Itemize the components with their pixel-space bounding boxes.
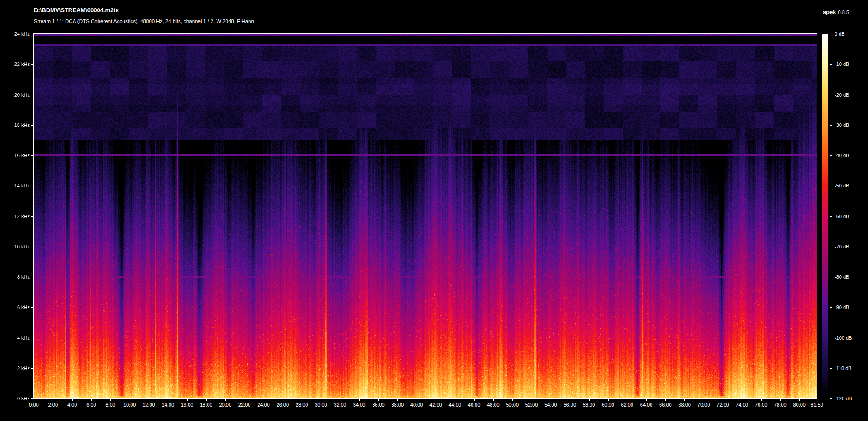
db-tick-label: -120 dB (835, 396, 852, 401)
time-tick-mark (474, 399, 475, 401)
freq-tick-mark (31, 95, 33, 95)
freq-tick-label: 20 kHz (0, 92, 30, 98)
time-tick-mark (206, 399, 207, 401)
freq-tick-mark (31, 307, 33, 308)
freq-tick-label: 10 kHz (0, 244, 30, 249)
freq-tick-label: 18 kHz (0, 122, 30, 128)
freq-tick-mark (31, 125, 33, 126)
time-tick-mark (551, 399, 551, 401)
freq-tick-label: 16 kHz (0, 153, 30, 158)
db-tick-mark (830, 34, 832, 34)
app-version: 0.8.5 (838, 9, 849, 15)
freq-tick-mark (31, 155, 33, 156)
db-tick-label: -70 dB (835, 244, 849, 249)
time-tick-mark (53, 399, 53, 401)
time-tick-mark (397, 399, 398, 401)
time-tick-label: 81:50 (806, 402, 828, 407)
db-tick-mark (830, 338, 832, 338)
freq-tick-mark (31, 186, 33, 186)
time-tick-mark (799, 399, 800, 401)
freq-tick-label: 12 kHz (0, 214, 30, 219)
freq-tick-label: 0 kHz (0, 396, 30, 401)
time-tick-mark (149, 399, 149, 401)
db-tick-label: -40 dB (835, 153, 849, 158)
freq-tick-label: 6 kHz (0, 304, 30, 310)
db-tick-mark (830, 155, 832, 156)
time-tick-mark (704, 399, 704, 401)
time-tick-mark (378, 399, 379, 401)
freq-tick-label: 8 kHz (0, 274, 30, 280)
db-tick-label: -90 dB (835, 304, 849, 310)
time-tick-mark (608, 399, 609, 401)
time-tick-mark (130, 399, 130, 401)
db-tick-mark (830, 307, 832, 308)
freq-tick-mark (31, 64, 33, 65)
time-tick-mark (742, 399, 742, 401)
time-tick-mark (264, 399, 264, 401)
freq-tick-mark (31, 338, 33, 338)
time-tick-mark (187, 399, 188, 401)
file-path-title: D:\BDMV\STREAM\00004.m2ts (34, 7, 119, 14)
time-tick-mark (168, 399, 168, 401)
db-tick-mark (830, 64, 832, 65)
time-tick-mark (283, 399, 283, 401)
db-tick-label: 0 dB (835, 31, 845, 37)
time-tick-mark (723, 399, 723, 401)
freq-tick-label: 22 kHz (0, 61, 30, 67)
db-tick-label: -10 dB (835, 61, 849, 67)
freq-tick-mark (31, 368, 33, 369)
db-tick-mark (830, 216, 832, 217)
db-tick-label: -50 dB (835, 183, 849, 188)
time-tick-mark (321, 399, 321, 401)
freq-tick-mark (31, 398, 33, 399)
time-tick-mark (225, 399, 226, 401)
spectrogram-canvas (34, 34, 817, 398)
time-tick-mark (493, 399, 494, 401)
time-tick-mark (570, 399, 570, 401)
freq-tick-mark (31, 247, 33, 247)
time-tick-mark (817, 399, 817, 401)
time-tick-mark (302, 399, 302, 401)
freq-tick-mark (31, 277, 33, 277)
time-tick-mark (589, 399, 590, 401)
time-tick-mark (780, 399, 781, 401)
stream-info: Stream 1 / 1: DCA (DTS Coherent Acoustic… (34, 19, 254, 24)
time-tick-mark (359, 399, 360, 401)
db-tick-mark (830, 398, 832, 399)
db-tick-label: -110 dB (835, 365, 852, 371)
time-tick-mark (72, 399, 73, 401)
colorbar-gradient (822, 34, 828, 398)
freq-tick-label: 4 kHz (0, 335, 30, 341)
db-tick-mark (830, 95, 832, 95)
freq-tick-mark (31, 34, 33, 34)
db-tick-label: -60 dB (835, 214, 849, 219)
time-tick-mark (417, 399, 417, 401)
freq-tick-mark (31, 216, 33, 217)
app-name: spek (823, 9, 836, 15)
db-tick-label: -100 dB (835, 335, 852, 341)
time-tick-mark (684, 399, 685, 401)
db-tick-label: -20 dB (835, 92, 849, 98)
time-tick-mark (436, 399, 436, 401)
time-tick-mark (646, 399, 647, 401)
db-tick-label: -30 dB (835, 122, 849, 128)
time-tick-mark (245, 399, 245, 401)
time-tick-mark (627, 399, 627, 401)
time-tick-mark (455, 399, 455, 401)
time-tick-mark (110, 399, 111, 401)
time-tick-mark (340, 399, 340, 401)
db-tick-label: -80 dB (835, 274, 849, 280)
spek-window: D:\BDMV\STREAM\00004.m2ts spek0.8.5 Stre… (0, 0, 868, 421)
db-tick-mark (830, 368, 832, 369)
freq-tick-label: 14 kHz (0, 183, 30, 188)
freq-tick-label: 24 kHz (0, 31, 30, 37)
time-tick-mark (34, 399, 34, 401)
time-tick-mark (91, 399, 92, 401)
freq-tick-label: 2 kHz (0, 365, 30, 371)
db-tick-mark (830, 277, 832, 277)
time-tick-mark (532, 399, 532, 401)
app-brand: spek0.8.5 (823, 8, 849, 16)
db-tick-mark (830, 125, 832, 126)
time-tick-mark (761, 399, 762, 401)
db-tick-mark (830, 247, 832, 247)
